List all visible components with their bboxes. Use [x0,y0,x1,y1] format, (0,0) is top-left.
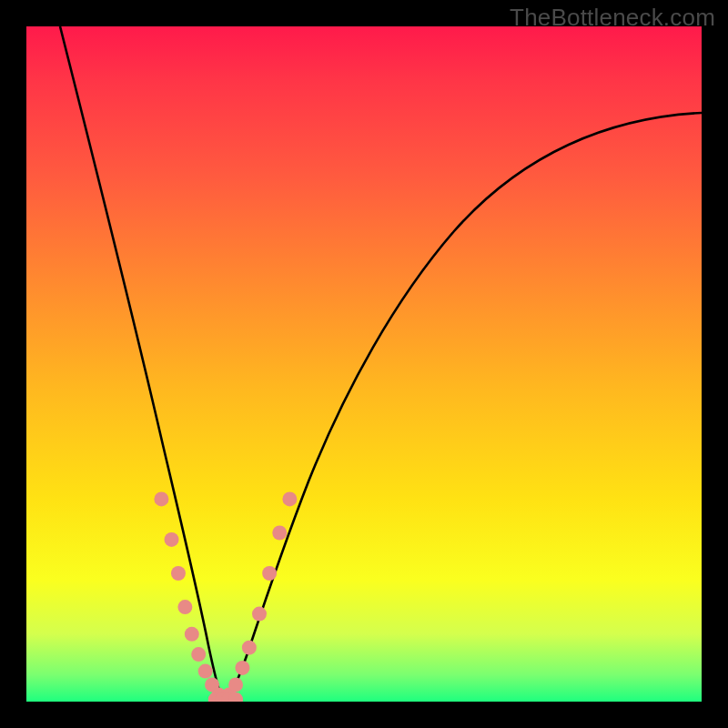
marker-dot-right [282,491,297,506]
chart-svg [26,26,702,702]
marker-dot-right [242,641,257,655]
marker-dot-right [272,526,287,541]
marker-dot-left [198,664,213,679]
right-curve [224,113,702,702]
marker-dot-right [252,607,267,622]
marker-dot-left [191,647,206,662]
chart-frame: TheBottleneck.com [0,0,728,728]
marker-dot-right [262,566,277,581]
marker-group [154,491,297,702]
marker-dot-left [177,600,192,614]
marker-dot-left [165,532,179,547]
marker-dot-right [235,661,249,675]
marker-dot-left [171,566,186,581]
left-curve [60,26,224,702]
marker-dot-left [185,627,199,642]
watermark-text: TheBottleneck.com [510,4,715,32]
marker-dot-right [228,677,243,692]
marker-dot-left [154,491,168,506]
curve-group [60,26,702,702]
